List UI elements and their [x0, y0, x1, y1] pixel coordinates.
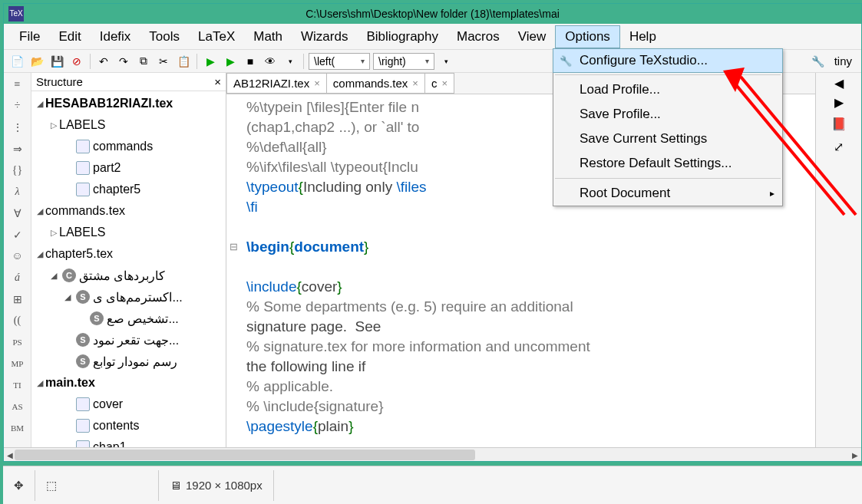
check-icon[interactable]: ✓: [8, 226, 27, 243]
arrows-icon[interactable]: ⇒: [8, 140, 27, 157]
tree-row[interactable]: contents: [31, 415, 226, 436]
open-file-icon[interactable]: 📂: [28, 53, 45, 70]
parens-icon[interactable]: ((: [8, 312, 27, 329]
menu-edit[interactable]: Edit: [49, 26, 90, 48]
view-icon[interactable]: 👁: [262, 53, 279, 70]
selection-icon[interactable]: ⬚: [35, 479, 158, 492]
ps-icon[interactable]: PS: [8, 334, 27, 351]
tree-row[interactable]: Sجهت تقعر نمود...: [31, 329, 226, 351]
close-tab-icon[interactable]: ×: [412, 77, 418, 89]
close-tab-icon[interactable]: ×: [314, 77, 320, 89]
twisty-icon[interactable]: ◢: [35, 378, 45, 388]
tree-row[interactable]: ▷LABELS: [31, 222, 226, 243]
scroll-right-icon[interactable]: ▶: [849, 448, 861, 462]
menu-item[interactable]: Root Document: [553, 181, 782, 206]
menu-item[interactable]: Save Profile...: [553, 102, 782, 127]
tree-row[interactable]: ◢commands.tex: [31, 200, 226, 222]
bm-icon[interactable]: BM: [8, 420, 27, 436]
close-icon[interactable]: ⊘: [68, 53, 85, 70]
twisty-icon[interactable]: ◢: [48, 271, 59, 281]
tree-row[interactable]: ◢main.tex: [31, 372, 226, 394]
menu-item[interactable]: Restore Default Settings...: [553, 151, 782, 176]
struct-icon[interactable]: ≡: [8, 76, 27, 93]
tab-scroll-left-icon[interactable]: ◀: [834, 76, 844, 91]
right-delim-combo[interactable]: \right): [373, 53, 434, 70]
forall-icon[interactable]: ∀: [8, 205, 27, 222]
braces-icon[interactable]: {}: [8, 162, 27, 179]
expand-icon[interactable]: ⤢: [830, 137, 848, 156]
sec-icon: S: [76, 333, 90, 347]
dropdown-icon[interactable]: ▾: [438, 53, 454, 70]
dots-icon[interactable]: ⋮: [8, 119, 27, 136]
dropdown-icon[interactable]: ▾: [282, 53, 299, 70]
tree-row[interactable]: chapter5: [31, 179, 226, 200]
move-tool-icon[interactable]: ✥: [3, 479, 35, 492]
close-panel-icon[interactable]: ×: [214, 75, 221, 88]
tree-row[interactable]: chap1: [31, 436, 226, 447]
tree-row[interactable]: ▷LABELS: [31, 114, 226, 136]
editor-tab[interactable]: AB12RIAZI.tex×: [226, 73, 327, 94]
menu-options[interactable]: Options: [555, 25, 620, 48]
mp-icon[interactable]: MP: [8, 355, 27, 372]
tree-row[interactable]: ◢chapter5.tex: [31, 243, 226, 265]
editor-tab[interactable]: commands.tex×: [326, 73, 425, 94]
twisty-icon[interactable]: ◢: [35, 249, 45, 259]
menu-item[interactable]: Load Profile...: [553, 77, 782, 102]
tree-row[interactable]: commands: [31, 136, 226, 157]
left-delim-combo[interactable]: \left(: [309, 53, 370, 70]
editor-tab[interactable]: c×: [424, 73, 454, 94]
tree-row[interactable]: cover: [31, 394, 226, 415]
fold-icon[interactable]: ⊟: [230, 237, 238, 257]
tab-scroll-right-icon[interactable]: ▶: [834, 95, 844, 110]
tree-row[interactable]: part2: [31, 157, 226, 179]
menu-help[interactable]: Help: [620, 26, 665, 48]
tree-row[interactable]: ◢Cکاربردهای مشتق: [31, 265, 226, 286]
twisty-icon[interactable]: ▷: [48, 228, 59, 238]
tree-row[interactable]: Sرسم نمودار توابع: [31, 351, 226, 372]
ti-icon[interactable]: TI: [8, 377, 27, 394]
file-icon: [76, 419, 90, 433]
tree-row[interactable]: ◢Sاکسترمم‌های ی...: [31, 286, 226, 308]
as-icon[interactable]: AS: [8, 398, 27, 415]
menu-wizards[interactable]: Wizards: [292, 26, 357, 48]
math-icon[interactable]: ⊞: [8, 291, 27, 308]
stop-icon[interactable]: ■: [242, 53, 259, 70]
build-icon[interactable]: ▶: [202, 53, 219, 70]
horizontal-scrollbar[interactable]: ◀ ▶: [4, 447, 861, 461]
file-icon: [76, 183, 90, 196]
menu-tools[interactable]: Tools: [140, 26, 189, 48]
paste-icon[interactable]: 📋: [175, 53, 192, 70]
menu-bibliography[interactable]: Bibliography: [357, 26, 448, 48]
copy-icon[interactable]: ⧉: [135, 53, 152, 70]
pdf-icon[interactable]: 📕: [830, 114, 848, 133]
close-tab-icon[interactable]: ×: [441, 77, 448, 89]
accent-icon[interactable]: á: [8, 269, 27, 286]
save-icon[interactable]: 💾: [48, 53, 65, 70]
cut-icon[interactable]: ✂: [155, 53, 172, 70]
menu-view[interactable]: View: [509, 26, 556, 48]
scrollbar-thumb[interactable]: [15, 450, 475, 460]
tree-row[interactable]: ◢HESABAB12RIAZI.tex: [31, 93, 226, 114]
lambda-icon[interactable]: λ: [8, 183, 27, 200]
menu-math[interactable]: Math: [244, 26, 292, 48]
menu-item[interactable]: 🔧Configure TeXstudio...: [553, 48, 783, 73]
undo-icon[interactable]: ↶: [95, 53, 112, 70]
twisty-icon[interactable]: ◢: [35, 99, 45, 109]
tree-label: LABELS: [59, 226, 105, 239]
twisty-icon[interactable]: ◢: [35, 206, 45, 216]
twisty-icon[interactable]: ◢: [62, 292, 73, 302]
menu-item[interactable]: Save Current Settings: [553, 127, 782, 151]
run-icon[interactable]: ▶: [222, 53, 239, 70]
divide-icon[interactable]: ÷: [8, 97, 27, 114]
menu-macros[interactable]: Macros: [448, 26, 509, 48]
wrench-icon[interactable]: 🔧: [810, 53, 827, 70]
smiley-icon[interactable]: ☺: [8, 248, 27, 265]
tree-label: commands.tex: [45, 204, 125, 218]
new-file-icon[interactable]: 📄: [8, 53, 25, 70]
menu-file[interactable]: File: [10, 26, 49, 48]
tree-row[interactable]: Sتشخیص صع...: [31, 308, 226, 329]
menu-idefix[interactable]: Idefix: [91, 26, 140, 48]
twisty-icon[interactable]: ▷: [48, 120, 59, 130]
menu-latex[interactable]: LaTeX: [189, 26, 244, 48]
redo-icon[interactable]: ↷: [115, 53, 132, 70]
